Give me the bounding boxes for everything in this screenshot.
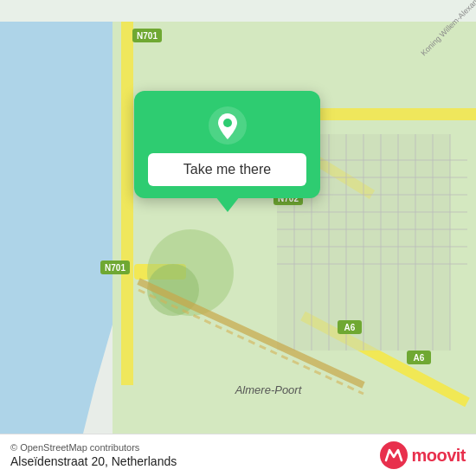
svg-text:N701: N701 xyxy=(105,263,125,273)
map-container: N701 N701 N702 N702 A6 A6 Almere-Poort K… xyxy=(0,0,476,476)
popup-card: Take me there xyxy=(134,91,320,198)
bottom-left-info: © OpenStreetMap contributors Alseïdenstr… xyxy=(10,442,177,468)
svg-rect-3 xyxy=(121,22,133,385)
svg-text:Almere-Poort: Almere-Poort xyxy=(235,383,303,396)
copyright-text: © OpenStreetMap contributors xyxy=(10,442,177,453)
take-me-there-button[interactable]: Take me there xyxy=(148,153,306,186)
svg-text:A6: A6 xyxy=(414,353,425,363)
map-background: N701 N701 N702 N702 A6 A6 Almere-Poort K… xyxy=(0,0,476,476)
moovit-logo: moovit xyxy=(380,441,466,469)
svg-text:N701: N701 xyxy=(137,31,158,41)
location-pin-icon xyxy=(209,106,247,145)
address-text: Alseïdenstraat 20, Netherlands xyxy=(10,454,177,468)
bottom-bar: © OpenStreetMap contributors Alseïdenstr… xyxy=(0,434,476,476)
moovit-wordmark: moovit xyxy=(411,446,466,466)
svg-point-45 xyxy=(223,119,232,127)
svg-text:A6: A6 xyxy=(344,323,356,332)
moovit-icon xyxy=(380,441,408,469)
